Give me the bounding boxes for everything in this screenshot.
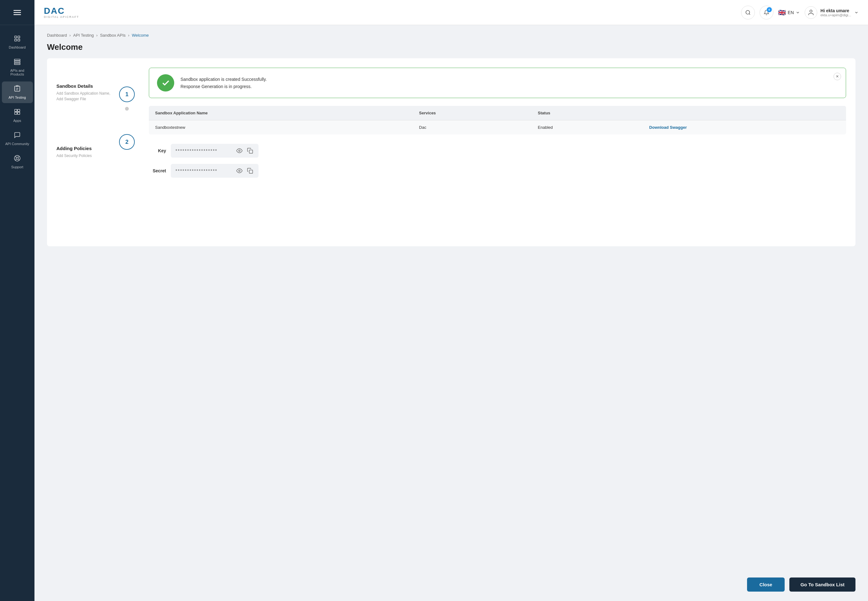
user-menu[interactable]: Hi ekta umare ekta.u+apim@digi... <box>805 6 859 19</box>
user-info: Hi ekta umare ekta.u+apim@digi... <box>821 8 851 17</box>
sandbox-table: Sandbox Application Name Services Status… <box>149 106 846 134</box>
breadcrumb-api-testing[interactable]: API Testing <box>73 33 94 38</box>
footer-actions: Close Go To Sandbox List <box>35 568 868 601</box>
support-icon <box>14 155 21 163</box>
key-copy-button[interactable] <box>246 147 254 154</box>
col-header-name: Sandbox Application Name <box>149 106 413 121</box>
svg-line-24 <box>749 14 750 14</box>
content-area: Dashboard › API Testing › Sandbox APIs ›… <box>35 25 868 568</box>
svg-point-23 <box>746 10 749 14</box>
key-row: Key ****************** <box>149 144 846 158</box>
step-1-circle: 1 <box>119 87 135 102</box>
key-field: ****************** <box>171 144 259 158</box>
secret-visibility-toggle[interactable] <box>236 167 243 174</box>
breadcrumb-sep-2: › <box>96 33 98 38</box>
breadcrumb-dashboard[interactable]: Dashboard <box>47 33 67 38</box>
breadcrumb-sandbox-apis[interactable]: Sandbox APIs <box>100 33 126 38</box>
download-swagger-link[interactable]: Download Swagger <box>649 125 687 130</box>
step-connector-dot <box>125 107 129 111</box>
svg-line-20 <box>18 160 20 160</box>
copy-icon <box>247 168 253 174</box>
sidebar-nav: Dashboard APIs and Products <box>0 25 35 172</box>
apps-icon <box>14 108 21 117</box>
svg-rect-2 <box>14 14 21 15</box>
main-card: Sandbox Details Add Sandbox Application … <box>47 58 856 246</box>
secret-field: ****************** <box>171 164 259 178</box>
step-1-title: Sandbox Details <box>56 83 113 88</box>
notification-button[interactable]: 0 <box>760 6 773 20</box>
page-title: Welcome <box>47 42 856 52</box>
svg-point-18 <box>16 157 18 159</box>
cell-services: Dac <box>413 121 531 135</box>
success-line-2: Response Generation is in progress. <box>180 83 267 90</box>
svg-rect-8 <box>14 61 20 63</box>
svg-rect-1 <box>14 12 21 13</box>
breadcrumb-sep-1: › <box>70 33 71 38</box>
svg-rect-27 <box>249 150 253 154</box>
svg-rect-4 <box>18 36 20 38</box>
language-label: EN <box>788 10 794 15</box>
eye-icon <box>236 148 243 154</box>
header-actions: 0 🇬🇧 EN Hi ekta umare ekta.u+a <box>741 6 859 20</box>
sidebar-item-label: API Community <box>5 142 29 146</box>
header: DAC DIGITAL APICRAFT 0 🇬🇧 EN <box>35 0 868 25</box>
eye-icon <box>236 168 243 174</box>
logo-sub: DIGITAL APICRAFT <box>44 15 79 18</box>
step-1-label: Sandbox Details Add Sandbox Application … <box>56 83 113 102</box>
svg-line-22 <box>18 156 20 157</box>
sidebar-item-community[interactable]: API Community <box>2 128 33 149</box>
success-banner: Sandbox application is created Successfu… <box>149 68 846 98</box>
sidebar-item-apps[interactable]: Apps <box>2 105 33 126</box>
banner-close-button[interactable]: ✕ <box>833 73 841 80</box>
breadcrumb: Dashboard › API Testing › Sandbox APIs ›… <box>47 33 856 38</box>
apis-icon <box>14 58 21 67</box>
col-header-status: Status <box>531 106 643 121</box>
dashboard-icon <box>14 35 21 44</box>
sidebar-item-support[interactable]: Support <box>2 151 33 172</box>
breadcrumb-sep-3: › <box>128 33 130 38</box>
success-text: Sandbox application is created Successfu… <box>180 76 267 90</box>
copy-icon <box>247 148 253 154</box>
col-header-services: Services <box>413 106 531 121</box>
sidebar-item-api-testing[interactable]: API Testing <box>2 81 33 103</box>
svg-line-19 <box>15 156 16 157</box>
search-button[interactable] <box>741 6 755 20</box>
cell-action: Download Swagger <box>643 121 846 135</box>
svg-rect-6 <box>18 39 20 41</box>
go-to-sandbox-list-button[interactable]: Go To Sandbox List <box>789 578 856 592</box>
api-testing-icon <box>14 85 21 94</box>
sidebar-item-label: Dashboard <box>9 46 26 49</box>
svg-rect-15 <box>15 112 17 114</box>
sidebar-item-dashboard[interactable]: Dashboard <box>2 31 33 53</box>
menu-toggle-button[interactable] <box>0 0 35 25</box>
step-2-title: Adding Policies <box>56 146 113 151</box>
svg-rect-29 <box>249 170 253 174</box>
language-selector[interactable]: 🇬🇧 EN <box>778 9 800 16</box>
svg-rect-16 <box>18 112 20 114</box>
success-line-1: Sandbox application is created Successfu… <box>180 76 267 83</box>
stepper: 1 2 <box>117 68 136 150</box>
sidebar-item-apis[interactable]: APIs and Products <box>2 55 33 80</box>
sidebar: Dashboard APIs and Products <box>0 0 35 601</box>
sidebar-item-label: APIs and Products <box>5 69 31 76</box>
logo: DAC DIGITAL APICRAFT <box>44 6 79 18</box>
close-button[interactable]: Close <box>747 578 785 592</box>
chevron-down-icon <box>854 10 859 15</box>
sidebar-item-label: API Testing <box>8 96 26 99</box>
secret-copy-button[interactable] <box>246 167 254 174</box>
svg-rect-10 <box>16 85 18 87</box>
table-header-row: Sandbox Application Name Services Status <box>149 106 846 121</box>
svg-point-26 <box>239 150 240 152</box>
key-visibility-toggle[interactable] <box>236 147 243 154</box>
step-2-circle: 2 <box>119 134 135 150</box>
step-2-subtitle: Add Security Policies <box>56 153 113 159</box>
secret-value: ****************** <box>175 168 232 173</box>
secret-label: Secret <box>149 168 166 173</box>
key-label: Key <box>149 148 166 153</box>
secret-row: Secret ****************** <box>149 164 846 178</box>
svg-rect-0 <box>14 10 21 11</box>
cell-app-name: Sandboxtestnew <box>149 121 413 135</box>
svg-rect-14 <box>18 109 20 111</box>
svg-rect-5 <box>15 39 17 41</box>
col-header-action <box>643 106 846 121</box>
